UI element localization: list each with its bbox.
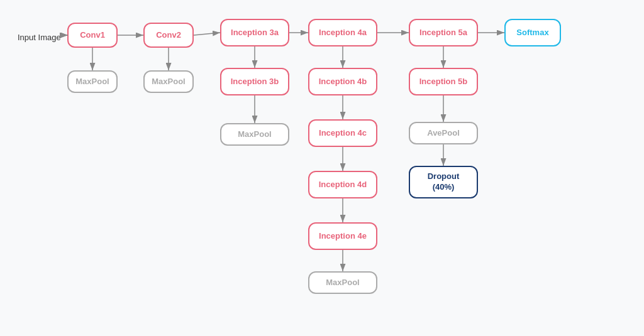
- diagram-container: Input Image Conv1 Conv2 Inception 3a Inc…: [0, 0, 644, 336]
- node-maxpool1: MaxPool: [67, 70, 118, 93]
- node-maxpool3: MaxPool: [220, 123, 289, 146]
- node-maxpool4: MaxPool: [308, 271, 377, 294]
- node-inception4a: Inception 4a: [308, 19, 377, 46]
- node-avepool: AvePool: [409, 122, 478, 144]
- node-inception4b: Inception 4b: [308, 68, 377, 95]
- node-dropout: Dropout(40%): [409, 166, 478, 198]
- node-maxpool2: MaxPool: [143, 70, 194, 93]
- node-conv1: Conv1: [67, 23, 118, 48]
- node-inception3b: Inception 3b: [220, 68, 289, 95]
- svg-line-4: [194, 33, 220, 35]
- node-softmax: Softmax: [504, 19, 561, 46]
- node-inception5a: Inception 5a: [409, 19, 478, 46]
- node-inception5b: Inception 5b: [409, 68, 478, 95]
- node-inception4d: Inception 4d: [308, 171, 377, 198]
- input-label: Input Image: [18, 33, 61, 42]
- node-conv2: Conv2: [143, 23, 194, 48]
- node-inception3a: Inception 3a: [220, 19, 289, 46]
- node-inception4c: Inception 4c: [308, 119, 377, 147]
- node-inception4e: Inception 4e: [308, 222, 377, 250]
